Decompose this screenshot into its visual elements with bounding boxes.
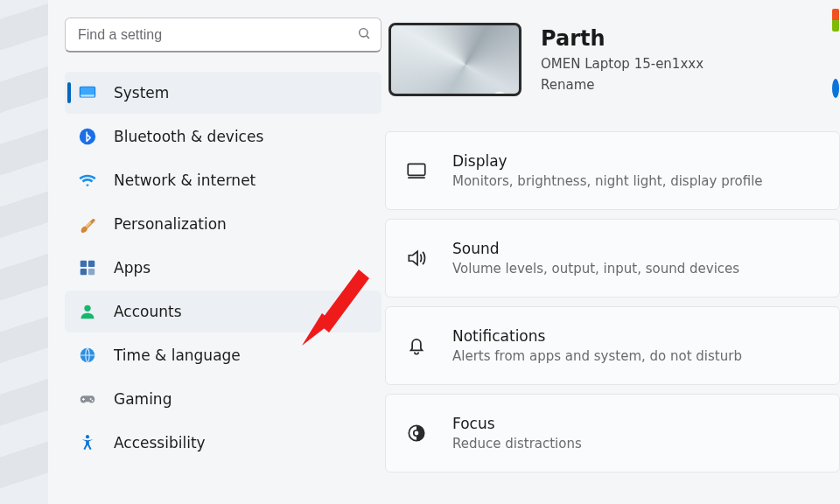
pc-model: OMEN Laptop 15-en1xxx [541, 56, 704, 72]
sidebar-item-gaming[interactable]: Gaming [65, 378, 382, 420]
svg-point-13 [92, 400, 94, 402]
sidebar-item-label: System [114, 84, 169, 102]
sidebar-item-system[interactable]: System [65, 72, 382, 114]
sidebar-item-time-language[interactable]: Time & language [65, 334, 382, 376]
svg-rect-4 [80, 94, 94, 96]
card-subtitle: Reduce distractions [452, 436, 582, 452]
pc-header: Parth OMEN Laptop 15-en1xxx Rename [385, 23, 840, 96]
svg-point-18 [414, 430, 420, 437]
edge-decoration [832, 79, 839, 98]
system-icon [77, 82, 98, 103]
sidebar-item-label: Accounts [114, 303, 182, 320]
svg-rect-7 [88, 261, 94, 267]
pc-thumbnail [388, 23, 522, 96]
svg-rect-9 [88, 269, 94, 275]
paintbrush-icon [77, 214, 98, 234]
card-title: Focus [452, 415, 582, 432]
sidebar-item-label: Apps [114, 259, 150, 276]
settings-cards: Display Monitors, brightness, night ligh… [385, 131, 840, 472]
svg-point-12 [90, 398, 92, 400]
globe-clock-icon [77, 345, 98, 366]
settings-sidebar: System Bluetooth & devices Network & int… [0, 0, 385, 504]
sidebar-item-network[interactable]: Network & internet [65, 159, 382, 201]
card-subtitle: Monitors, brightness, night light, displ… [452, 173, 763, 189]
bluetooth-icon [77, 126, 98, 147]
card-notifications[interactable]: Notifications Alerts from apps and syste… [385, 306, 840, 385]
card-focus[interactable]: Focus Reduce distractions [385, 394, 840, 472]
sidebar-item-label: Accessibility [114, 434, 206, 452]
edge-decoration [832, 9, 839, 32]
card-title: Display [452, 152, 763, 170]
search-wrap [65, 18, 382, 52]
svg-point-14 [86, 435, 89, 438]
sidebar-item-apps[interactable]: Apps [65, 247, 382, 289]
svg-rect-6 [80, 261, 87, 267]
wifi-icon [77, 170, 98, 191]
card-subtitle: Volume levels, output, input, sound devi… [452, 261, 739, 276]
apps-icon [77, 257, 98, 278]
svg-point-5 [80, 129, 95, 144]
focus-icon [403, 422, 430, 444]
settings-main: Parth OMEN Laptop 15-en1xxx Rename Displ… [385, 0, 840, 504]
card-title: Sound [452, 240, 739, 257]
card-display[interactable]: Display Monitors, brightness, night ligh… [385, 131, 840, 210]
card-title: Notifications [452, 327, 742, 345]
sidebar-item-label: Time & language [114, 346, 241, 364]
search-input[interactable] [65, 18, 382, 52]
svg-rect-15 [408, 164, 425, 175]
card-subtitle: Alerts from apps and system, do not dist… [452, 348, 742, 364]
search-icon [357, 26, 371, 44]
sidebar-item-bluetooth[interactable]: Bluetooth & devices [65, 116, 382, 158]
sidebar-item-label: Bluetooth & devices [114, 128, 263, 145]
sidebar-item-personalization[interactable]: Personalization [65, 203, 382, 245]
sidebar-item-accounts[interactable]: Accounts [65, 290, 382, 332]
person-icon [77, 301, 98, 322]
svg-point-0 [360, 29, 368, 37]
sidebar-item-label: Personalization [114, 215, 227, 233]
card-sound[interactable]: Sound Volume levels, output, input, soun… [385, 219, 840, 298]
svg-line-1 [367, 36, 369, 38]
accessibility-icon [77, 432, 98, 453]
bell-icon [403, 334, 430, 357]
sidebar-item-accessibility[interactable]: Accessibility [65, 422, 382, 464]
svg-point-10 [84, 305, 90, 312]
pc-info: Parth OMEN Laptop 15-en1xxx Rename [541, 26, 704, 93]
sidebar-item-label: Network & internet [114, 172, 256, 189]
sidebar-item-label: Gaming [114, 390, 172, 408]
pc-rename-link[interactable]: Rename [541, 77, 704, 93]
pc-name: Parth [541, 26, 704, 51]
display-icon [403, 159, 430, 182]
sidebar-nav: System Bluetooth & devices Network & int… [65, 72, 382, 464]
sound-icon [403, 247, 430, 270]
gamepad-icon [77, 388, 98, 410]
svg-rect-8 [80, 269, 87, 275]
